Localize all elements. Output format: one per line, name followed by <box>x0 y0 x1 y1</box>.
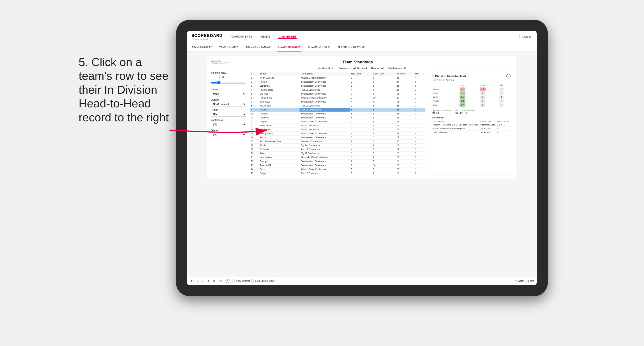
table-row[interactable]: 15 Georgia Tech Atlantic Coast Conferenc… <box>250 132 426 136</box>
panel-header: Update time: 27/03/2024 16:56:26 Team St… <box>211 60 513 64</box>
paste-button[interactable]: ⊞ <box>218 278 222 284</box>
h2h-row: Top 10 3 13 0 <box>432 87 510 91</box>
cell-conf-rank: 3 <box>372 88 395 92</box>
cell-conference: Southeastern Conference <box>300 100 350 104</box>
cell-rank: 8 <box>250 104 258 108</box>
table-row[interactable]: 17 East Tennessee State Southern Confere… <box>250 140 426 144</box>
cell-school: Alabama <box>258 112 300 116</box>
cell-conf-rank: 8 <box>372 104 395 108</box>
nav-teams[interactable]: TEAMS <box>260 35 272 39</box>
share-button[interactable]: ⤴ Share <box>526 280 534 282</box>
table-row[interactable]: 14 Oklahoma Big 12 Conference 1 9 26 2 <box>250 128 426 132</box>
cell-conference: Southeastern Conference <box>300 164 350 168</box>
forward-button[interactable]: › <box>201 279 204 284</box>
min-rounds-input[interactable] <box>211 75 220 79</box>
table-row[interactable]: 21 New Mexico Mountain West Conference 1… <box>250 156 426 160</box>
subnav-player-h2h-heatmap[interactable]: PLAYER H2H HEATMAP <box>337 43 365 51</box>
watch-button[interactable]: 👁 Watch <box>515 280 524 282</box>
view-original-button[interactable]: View: Original <box>234 279 252 283</box>
table-row[interactable]: 23 Texas A&M Southeastern Conference 9 1… <box>250 164 426 168</box>
cell-win: 2 <box>414 152 426 156</box>
cell-school: Tennessee <box>258 100 300 104</box>
tourney-name: Cabo Collegiate <box>432 131 480 134</box>
table-row[interactable]: 2 Auburn Southeastern Conference 1 1 27 … <box>250 80 426 84</box>
table-row[interactable]: 7 Tennessee Southeastern Conference 4 6 … <box>250 100 426 104</box>
cell-win: 5 <box>414 84 426 88</box>
back-button[interactable]: ‹ <box>196 279 199 284</box>
cell-rank: 21 <box>250 156 258 160</box>
division-select[interactable]: NCAA Division I NCAA Division II NCAA Di… <box>211 102 246 107</box>
h2h-range: Top 10 <box>432 87 453 91</box>
table-row[interactable]: 19 California Pac-12 Conference 4 8 24 2 <box>250 148 426 152</box>
table-row[interactable]: 3 Vanderbilt Southeastern Conference 2 8… <box>250 84 426 88</box>
cell-conference: Southern Conference <box>300 140 350 144</box>
table-row[interactable]: 6 Florida State Atlantic Coast Conferenc… <box>250 96 426 100</box>
cell-no-tour: 18 <box>395 100 414 104</box>
save-custom-button[interactable]: Save Custom View <box>253 279 276 283</box>
update-time-label: Update time: <box>211 60 229 62</box>
cell-school: Arizona State <box>258 88 300 92</box>
table-row[interactable]: 5 Ole Miss Southeastern Conference 3 6 1… <box>250 92 426 96</box>
cell-rank: 1 <box>250 76 258 80</box>
table-row[interactable]: 4 Arizona State Pac-12 Conference 4 3 26… <box>250 88 426 92</box>
bottom-toolbar: ↩ ‹ › ↪ ⧉ ⊞ 🕐 View: Original Save Custom… <box>187 277 537 285</box>
cell-conf-rank: 8 <box>372 112 395 116</box>
cell-reg-rank: 1 <box>350 156 372 160</box>
undo-button[interactable]: ↩ <box>190 278 194 284</box>
region-select[interactable]: N/A Southeast South <box>211 112 246 117</box>
cell-rank: 5 <box>250 92 258 96</box>
subnav-player-summary[interactable]: PLAYER SUMMARY <box>278 43 301 51</box>
min-rounds-max-input[interactable] <box>220 75 230 79</box>
table-row[interactable]: 10 Alabama Southeastern Conference 5 8 2… <box>250 112 426 116</box>
watch-label: Watch <box>518 280 524 282</box>
copy-button[interactable]: ⧉ <box>212 279 216 284</box>
cell-no-tour: 23 <box>395 144 414 148</box>
subnav-team-h2h-heatmap[interactable]: TEAM H2H HEATMAP <box>245 43 271 51</box>
table-row[interactable]: 22 Georgia Southeastern Conference 8 7 2… <box>250 160 426 164</box>
tournament-section-label: Tournament <box>432 116 510 119</box>
cell-win: 1 <box>414 88 426 92</box>
h2h-school: University of Arizona <box>432 79 510 81</box>
h2h-col-win: Win <box>452 84 472 87</box>
table-row[interactable]: 8 Washington Pac-12 Conference 2 8 23 1 <box>250 104 426 108</box>
cell-win: 6 <box>414 80 426 84</box>
table-row[interactable]: 11 Arkansas Southeastern Conference 6 8 … <box>250 116 426 120</box>
subnav-team-summary[interactable]: TEAM SUMMARY <box>192 43 212 51</box>
cell-conf-rank: 10 <box>372 96 395 100</box>
table-row[interactable]: 24 Duke Atlantic Coast Conference 5 9 27… <box>250 168 426 172</box>
h2h-win: 11 <box>452 91 472 95</box>
cell-win: 1 <box>414 168 426 172</box>
table-row[interactable]: 9 Arizona Pac-12 Conference 5 8 23 3 <box>250 108 426 112</box>
table-row[interactable]: 18 Illinois Big Ten Conference 1 9 23 3 <box>250 144 426 148</box>
subnav-player-h2h-grid[interactable]: PLAYER H2H GRID <box>308 43 330 51</box>
nav-tournaments[interactable]: TOURNAMENTS <box>229 35 253 39</box>
table-row[interactable]: 1 North Carolina Atlantic Coast Conferen… <box>250 76 426 80</box>
cell-win: 3 <box>414 116 426 120</box>
device-wrapper: 5. Click on a team's row to see their In… <box>79 0 566 346</box>
tourney-pos: 2-3-0 <box>496 123 503 127</box>
cell-conf-rank: 10 <box>372 164 395 168</box>
h2h-close-button[interactable]: ✕ <box>506 74 510 78</box>
table-row[interactable]: 16 Florida Southeastern Conference 7 7 2… <box>250 136 426 140</box>
nav-committee[interactable]: COMMITTEE <box>278 35 297 39</box>
h2h-breakdown-table: Win Loss Tie Top 10 3 13 0 11-25 11 8 0 … <box>432 84 510 107</box>
table-row[interactable]: 12 Virginia Atlantic Coast Conference 3 … <box>250 120 426 124</box>
min-rounds-slider[interactable] <box>211 81 246 84</box>
table-row[interactable]: 20 Texas Big 12 Conference 3 7 20 2 <box>250 152 426 156</box>
table-row[interactable]: 13 Texas Tech Big 12 Conference 1 9 27 2 <box>250 124 426 128</box>
cell-reg-rank: 8 <box>350 140 372 144</box>
cell-conference: Southeastern Conference <box>300 80 350 84</box>
col-school: School <box>258 72 300 76</box>
redo-button[interactable]: ↪ <box>206 278 210 284</box>
gender-select[interactable]: Men's Women's <box>211 92 246 96</box>
cell-win: 2 <box>414 128 426 132</box>
tourney-col-event: Event Type <box>480 120 496 123</box>
table-row[interactable]: 25 Oregon Pac-12 Conference 5 7 21 0 <box>250 172 426 175</box>
sign-out-button[interactable]: Sign out <box>520 35 532 38</box>
cell-conf-rank: 6 <box>372 100 395 104</box>
cell-no-tour: 27 <box>395 156 414 160</box>
tourney-col-score: Score <box>503 120 510 123</box>
h2h-row: 11-25 11 8 0 <box>432 91 510 95</box>
cell-win: 4 <box>414 132 426 136</box>
subnav-team-h2h-grid[interactable]: TEAM H2H GRID <box>219 43 239 51</box>
